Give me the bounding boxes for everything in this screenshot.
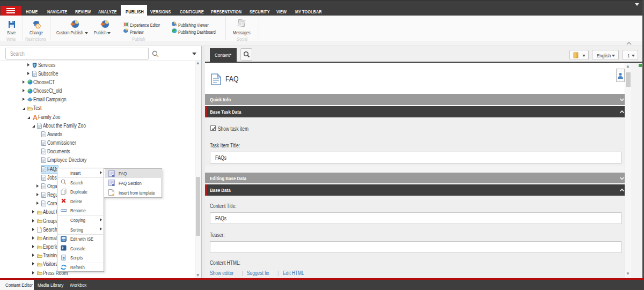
svg-text:A: A <box>33 114 38 121</box>
svg-text:fs: fs <box>63 238 65 241</box>
svg-text:s: s <box>62 255 65 260</box>
